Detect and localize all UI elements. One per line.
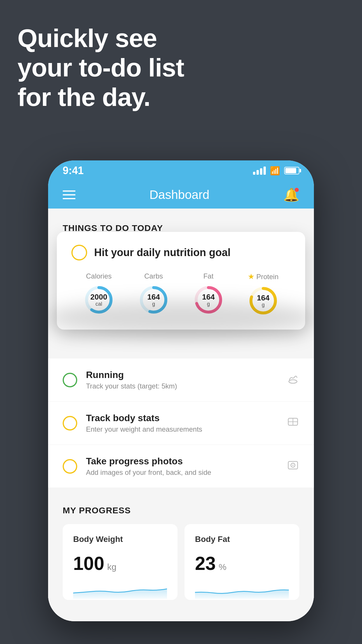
- hamburger-menu-button[interactable]: [63, 190, 75, 199]
- phone-frame: 9:41 📶 Dashboard 🔔 THINGS TO: [48, 160, 314, 621]
- status-bar: 9:41 📶: [48, 160, 314, 181]
- body-weight-unit: kg: [107, 562, 117, 572]
- nav-bar: Dashboard 🔔: [48, 181, 314, 209]
- things-section: THINGS TO DO TODAY: [48, 209, 314, 233]
- body-fat-unit: %: [219, 562, 226, 572]
- running-circle: [63, 373, 77, 387]
- calories-value: 2000: [90, 293, 107, 301]
- body-weight-value-row: 100 kg: [73, 553, 167, 574]
- body-stats-icon: [287, 415, 299, 431]
- progress-photos-icon: [287, 459, 299, 474]
- body-stats-circle: [63, 416, 77, 430]
- todo-item-progress-photos[interactable]: Take progress photos Add images of your …: [48, 445, 314, 488]
- fat-label: Fat: [203, 272, 214, 280]
- carbs-label: Carbs: [144, 272, 163, 280]
- progress-title: MY PROGRESS: [63, 505, 299, 515]
- body-fat-card[interactable]: Body Fat 23 %: [184, 524, 299, 600]
- running-subtitle: Track your stats (target: 5km): [86, 382, 287, 390]
- svg-point-14: [292, 465, 294, 466]
- status-icons: 📶: [253, 166, 299, 176]
- body-stats-text: Track body stats Enter your weight and m…: [86, 413, 287, 433]
- todo-item-body-stats[interactable]: Track body stats Enter your weight and m…: [48, 402, 314, 445]
- nutrition-goal-circle: [71, 245, 87, 260]
- notification-dot: [295, 188, 299, 192]
- wifi-icon: 📶: [270, 166, 280, 176]
- headline-line2: your to-do list: [17, 53, 184, 82]
- carbs-value: 164: [147, 293, 160, 301]
- calories-label: Calories: [86, 272, 112, 280]
- running-text: Running Track your stats (target: 5km): [86, 370, 287, 390]
- signal-icon: [253, 167, 266, 175]
- running-icon: [287, 372, 299, 388]
- battery-icon: [284, 167, 299, 174]
- body-weight-title: Body Weight: [73, 535, 167, 544]
- progress-section: MY PROGRESS Body Weight 100 kg: [48, 488, 314, 612]
- app-content: THINGS TO DO TODAY Hit your daily nutrit…: [48, 209, 314, 621]
- headline-line3: for the day.: [17, 82, 184, 112]
- headline-line1: Quickly see: [17, 23, 184, 53]
- body-fat-sparkline: [195, 581, 289, 599]
- headline: Quickly see your to-do list for the day.: [17, 23, 184, 112]
- progress-photos-circle: [63, 459, 77, 474]
- body-weight-card[interactable]: Body Weight 100 kg: [63, 524, 178, 600]
- progress-photos-subtitle: Add images of your front, back, and side: [86, 468, 287, 477]
- body-stats-title: Track body stats: [86, 413, 287, 424]
- body-weight-value: 100: [73, 553, 104, 574]
- body-stats-subtitle: Enter your weight and measurements: [86, 425, 287, 433]
- things-title: THINGS TO DO TODAY: [63, 223, 299, 233]
- featured-card[interactable]: Hit your daily nutrition goal Calories 2…: [57, 232, 305, 330]
- progress-photos-title: Take progress photos: [86, 456, 287, 467]
- notification-bell-button[interactable]: 🔔: [283, 187, 299, 202]
- protein-label: ★ Protein: [248, 272, 278, 281]
- progress-cards: Body Weight 100 kg: [63, 524, 299, 600]
- status-time: 9:41: [63, 164, 84, 177]
- todo-item-running[interactable]: Running Track your stats (target: 5km): [48, 358, 314, 402]
- body-fat-value-row: 23 %: [195, 553, 289, 574]
- nav-title: Dashboard: [150, 188, 209, 202]
- nutrition-goal-title: Hit your daily nutrition goal: [94, 246, 231, 259]
- fat-value: 164: [202, 293, 215, 301]
- star-icon: ★: [248, 272, 254, 281]
- todo-list: Running Track your stats (target: 5km) T…: [48, 358, 314, 488]
- body-weight-sparkline: [73, 581, 167, 599]
- protein-value: 164: [257, 294, 269, 302]
- svg-point-8: [289, 380, 297, 383]
- body-fat-title: Body Fat: [195, 535, 289, 544]
- card-header: Hit your daily nutrition goal: [71, 245, 291, 260]
- running-title: Running: [86, 370, 287, 380]
- progress-photos-text: Take progress photos Add images of your …: [86, 456, 287, 477]
- body-fat-value: 23: [195, 553, 216, 574]
